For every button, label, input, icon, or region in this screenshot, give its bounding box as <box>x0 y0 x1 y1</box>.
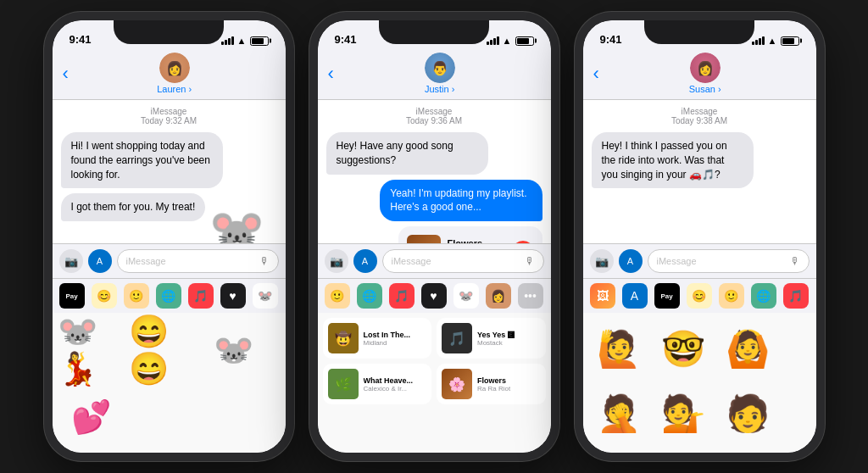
panel-track-artist: Calexico & Ir... <box>364 385 414 392</box>
appstore-icon[interactable]: A <box>88 249 112 273</box>
panel-track-title: Yes Yes 🅴 <box>477 331 515 339</box>
memoji-item[interactable]: 🙆 <box>717 318 778 379</box>
time-display: 9:41 <box>335 33 357 46</box>
memoji-panel: 🙋 🤓 🙆 🤦 💁 🧑 <box>583 313 816 453</box>
nav-bar: ‹ 👩 Lauren <box>53 49 286 100</box>
mickey-icon[interactable]: 🐭 <box>453 283 479 309</box>
camera-icon[interactable]: 📷 <box>590 249 614 273</box>
nav-center: 👨 Justin <box>339 53 541 94</box>
sticker-item[interactable]: 🐭 <box>200 318 268 381</box>
panel-art: 🤠 <box>328 323 359 353</box>
sticker-item[interactable]: 🐭💃 <box>58 318 125 381</box>
input-bar: 📷 A iMessage 🎙 <box>583 243 816 278</box>
message-bubble: Hey! Have any good song suggestions? <box>326 132 488 175</box>
music-panel-item[interactable]: 🌸 Flowers Ra Ra Riot <box>437 364 546 404</box>
appstore-icon[interactable]: A <box>353 249 377 273</box>
nav-bar: ‹ 👨 Justin <box>318 49 551 100</box>
music-panel-row: 🤠 Lost In The... Midland 🎵 Yes Yes 🅴 Mos… <box>323 318 546 359</box>
message-bubble: Hey! I think I passed you on the ride in… <box>592 132 754 188</box>
emoji-icon[interactable]: 😊 <box>92 283 117 309</box>
panel-track-artist: Mostack <box>477 339 515 347</box>
message-input[interactable]: iMessage 🎙 <box>648 249 810 273</box>
music-icon[interactable]: 🎵 <box>389 283 415 309</box>
camera-icon[interactable]: 📷 <box>59 249 83 273</box>
sticker-item[interactable]: 😄😄 <box>129 318 197 381</box>
avatar-image: 👨 <box>425 53 455 83</box>
camera-icon[interactable]: 📷 <box>325 249 348 273</box>
imessage-label: iMessageToday 9:32 AM <box>61 107 277 125</box>
avatar-icon[interactable]: 👩 <box>486 283 511 309</box>
avatar: 👨 <box>425 53 455 83</box>
phone-justin: 9:41 ▲ ‹ 👨 Justin <box>309 12 559 461</box>
heart-icon[interactable]: ♥ <box>220 283 246 309</box>
heart-icon[interactable]: ♥ <box>421 283 447 309</box>
nav-bar: ‹ 👩 Susan <box>583 49 816 100</box>
music-panel-row: 🌿 What Heave... Calexico & Ir... 🌸 Flowe… <box>323 364 546 404</box>
placeholder-text: iMessage <box>392 256 525 266</box>
memoji-icon[interactable]: 🙂 <box>325 283 350 309</box>
panel-art: 🌸 <box>442 369 472 399</box>
music-icon[interactable]: 🎵 <box>188 283 214 309</box>
battery-icon <box>515 36 534 46</box>
memoji-icon[interactable]: 🙂 <box>719 283 744 309</box>
back-button[interactable]: ‹ <box>593 64 599 83</box>
music-panel-item[interactable]: 🌿 What Heave... Calexico & Ir... <box>323 364 432 404</box>
panel-track-title: Lost In The... <box>364 331 411 339</box>
panel-info: Lost In The... Midland <box>364 331 411 347</box>
memoji-item[interactable]: 💁 <box>653 382 714 443</box>
sticker-item[interactable]: 💕 <box>58 385 125 448</box>
memoji-item[interactable]: 🤦 <box>588 382 649 443</box>
music-icon[interactable]: 🎵 <box>783 283 809 309</box>
avatar: 👩 <box>690 53 721 83</box>
phone-lauren: 9:41 ▲ ‹ 👩 Lauren <box>44 12 294 461</box>
message-bubble: I got them for you. My treat! <box>61 193 206 221</box>
contact-name[interactable]: Susan <box>689 84 721 94</box>
imessage-label: iMessageToday 9:36 AM <box>326 107 542 125</box>
mickey-icon[interactable]: 🐭 <box>253 283 278 309</box>
applepay-icon[interactable]: Pay <box>654 283 680 309</box>
nav-center: 👩 Susan <box>604 53 806 94</box>
photos-icon[interactable]: 🖼 <box>590 283 615 309</box>
music-card[interactable]: 🌸 Flowers Ra Ra Riot 🍎 Music ▶ <box>398 226 542 243</box>
contact-name[interactable]: Justin <box>425 84 454 94</box>
memoji-icon[interactable]: 🙂 <box>124 283 149 309</box>
status-bar: 9:41 ▲ <box>53 20 286 49</box>
back-button[interactable]: ‹ <box>328 64 334 83</box>
screen-lauren: 9:41 ▲ ‹ 👩 Lauren <box>53 20 286 453</box>
messages-area: iMessageToday 9:32 AM Hi! I went shoppin… <box>53 100 286 243</box>
app-strip: 🙂 🌐 🎵 ♥ 🐭 👩 ••• <box>318 278 551 313</box>
globe-icon[interactable]: 🌐 <box>357 283 382 309</box>
app-strip: Pay 😊 🙂 🌐 🎵 ♥ 🐭 <box>53 278 286 313</box>
mic-icon: 🎙 <box>525 255 535 267</box>
memoji-item[interactable]: 🙋 <box>588 318 649 379</box>
time-display: 9:41 <box>600 33 622 46</box>
appstore-icon[interactable]: A <box>619 249 643 273</box>
emoji-icon[interactable]: 😊 <box>687 283 712 309</box>
message-bubble: Yeah! I'm updating my playlist. Here's a… <box>380 180 542 222</box>
status-bar: 9:41 ▲ <box>583 20 816 49</box>
avatar-image: 👩 <box>159 53 190 83</box>
more-icon[interactable]: ••• <box>518 283 543 309</box>
memoji-item[interactable]: 🤓 <box>653 318 714 379</box>
screen-susan: 9:41 ▲ ‹ 👩 Susan <box>583 20 816 453</box>
nav-center: 👩 Lauren <box>74 53 275 94</box>
message-input[interactable]: iMessage 🎙 <box>117 249 279 273</box>
panel-info: Flowers Ra Ra Riot <box>477 376 510 392</box>
applepay-icon[interactable]: Pay <box>59 283 85 309</box>
avatar-image: 👩 <box>690 53 721 83</box>
panel-art: 🎵 <box>442 323 472 353</box>
status-icons: ▲ <box>752 36 799 46</box>
appstore-icon[interactable]: A <box>622 283 648 309</box>
music-panel: 🤠 Lost In The... Midland 🎵 Yes Yes 🅴 Mos… <box>318 313 551 453</box>
placeholder-text: iMessage <box>657 256 790 266</box>
globe-icon[interactable]: 🌐 <box>156 283 181 309</box>
message-input[interactable]: iMessage 🎙 <box>382 249 544 273</box>
music-panel-item[interactable]: 🎵 Yes Yes 🅴 Mostack <box>437 318 546 359</box>
input-bar: 📷 A iMessage 🎙 <box>318 243 551 278</box>
globe-icon[interactable]: 🌐 <box>751 283 776 309</box>
contact-name[interactable]: Lauren <box>157 84 192 94</box>
music-panel-item[interactable]: 🤠 Lost In The... Midland <box>323 318 432 359</box>
memoji-item[interactable]: 🧑 <box>717 382 778 443</box>
avatar: 👩 <box>159 53 190 83</box>
back-button[interactable]: ‹ <box>63 64 69 83</box>
